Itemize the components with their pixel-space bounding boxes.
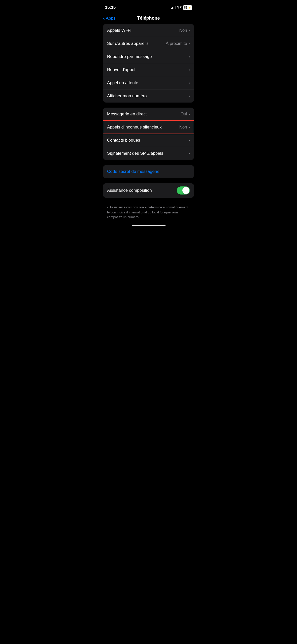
home-indicator <box>99 220 198 228</box>
other-devices-right: À proximité › <box>166 41 190 46</box>
settings-group-1: Appels Wi-Fi Non › Sur d'autres appareil… <box>103 24 194 103</box>
voicemail-password-label: Code secret de messagerie <box>107 169 159 174</box>
other-devices-chevron-icon: › <box>189 41 190 46</box>
blocked-contacts-row[interactable]: Contacts bloqués › <box>103 134 194 147</box>
signal-icon <box>171 6 176 9</box>
settings-group-4: Assistance composition <box>103 183 194 198</box>
show-number-row[interactable]: Afficher mon numéro › <box>103 89 194 103</box>
back-label: Apps <box>106 16 116 21</box>
reply-message-row[interactable]: Répondre par message › <box>103 50 194 63</box>
other-devices-row[interactable]: Sur d'autres appareils À proximité › <box>103 37 194 50</box>
call-waiting-label: Appel en attente <box>107 80 138 85</box>
toggle-knob <box>182 187 189 194</box>
dialing-assist-toggle[interactable] <box>177 186 190 195</box>
dialing-assist-label: Assistance composition <box>107 188 152 193</box>
blocked-contacts-label: Contacts bloqués <box>107 138 140 143</box>
wifi-calls-right: Non › <box>179 28 190 33</box>
wifi-calls-chevron-icon: › <box>189 28 190 33</box>
back-button[interactable]: ‹ Apps <box>103 16 115 21</box>
settings-group-3: Code secret de messagerie <box>103 165 194 178</box>
call-forwarding-row[interactable]: Renvoi d'appel › <box>103 63 194 76</box>
blocked-contacts-chevron-icon: › <box>189 138 190 143</box>
live-voicemail-row[interactable]: Messagerie en direct Oui › <box>103 108 194 121</box>
live-voicemail-right: Oui › <box>180 112 190 117</box>
reply-message-right: › <box>189 54 190 59</box>
call-waiting-chevron-icon: › <box>189 81 190 85</box>
home-bar <box>132 225 166 226</box>
settings-group-2: Messagerie en direct Oui › Appels d'inco… <box>103 108 194 160</box>
call-forwarding-chevron-icon: › <box>189 68 190 72</box>
call-waiting-right: › <box>189 81 190 85</box>
live-voicemail-chevron-icon: › <box>189 112 190 116</box>
call-forwarding-label: Renvoi d'appel <box>107 67 135 72</box>
wifi-calls-value: Non <box>179 28 187 33</box>
show-number-right: › <box>189 94 190 98</box>
status-bar: 15:15 82 ⚡ <box>99 0 198 14</box>
reply-message-label: Répondre par message <box>107 54 152 59</box>
silence-unknown-right: Non › <box>179 125 190 130</box>
call-waiting-row[interactable]: Appel en attente › <box>103 76 194 89</box>
other-devices-value: À proximité <box>166 41 187 46</box>
show-number-chevron-icon: › <box>189 94 190 98</box>
blocked-contacts-right: › <box>189 138 190 143</box>
silence-unknown-row[interactable]: Appels d'inconnus silencieux Non › <box>103 121 194 134</box>
nav-header: ‹ Apps Téléphone <box>99 14 198 24</box>
wifi-calls-label: Appels Wi-Fi <box>107 28 131 33</box>
dialing-assist-row[interactable]: Assistance composition <box>103 183 194 198</box>
live-voicemail-value: Oui <box>180 112 187 117</box>
silence-unknown-value: Non <box>179 125 187 130</box>
silence-unknown-chevron-icon: › <box>189 125 190 130</box>
show-number-label: Afficher mon numéro <box>107 93 147 99</box>
back-chevron-icon: ‹ <box>103 15 105 21</box>
dialing-assist-right <box>177 186 190 195</box>
status-icons: 82 ⚡ <box>171 5 192 10</box>
other-devices-label: Sur d'autres appareils <box>107 41 149 46</box>
sms-reporting-label: Signalement des SMS/appels <box>107 151 163 156</box>
live-voicemail-label: Messagerie en direct <box>107 112 147 117</box>
settings-content: Appels Wi-Fi Non › Sur d'autres appareil… <box>99 24 198 220</box>
wifi-icon <box>177 6 182 9</box>
voicemail-password-row[interactable]: Code secret de messagerie <box>103 165 194 178</box>
battery-level: 82 <box>184 6 187 9</box>
silence-unknown-label: Appels d'inconnus silencieux <box>107 125 162 130</box>
sms-reporting-row[interactable]: Signalement des SMS/appels › <box>103 147 194 160</box>
page-title: Téléphone <box>137 16 160 21</box>
sms-reporting-chevron-icon: › <box>189 151 190 156</box>
battery-icon: 82 ⚡ <box>183 5 192 10</box>
battery-bolt-icon: ⚡ <box>188 6 191 9</box>
status-time: 15:15 <box>105 5 116 10</box>
dialing-assist-footer: « Assistance composition » détermine aut… <box>103 203 194 220</box>
call-forwarding-right: › <box>189 68 190 72</box>
sms-reporting-right: › <box>189 151 190 156</box>
wifi-calls-row[interactable]: Appels Wi-Fi Non › <box>103 24 194 37</box>
reply-message-chevron-icon: › <box>189 54 190 59</box>
